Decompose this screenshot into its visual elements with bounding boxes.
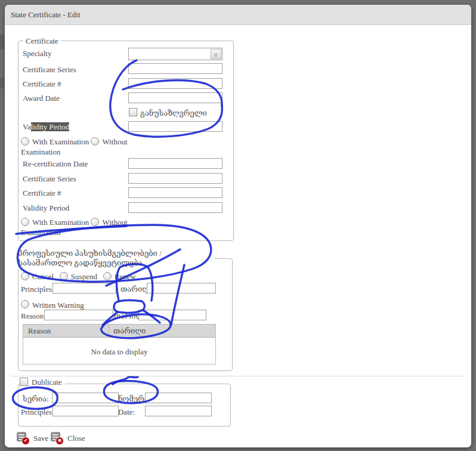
- duplicate-principles-input[interactable]: [52, 406, 119, 416]
- chevron-down-icon[interactable]: ∨: [211, 49, 221, 59]
- save-button[interactable]: ✔ Save: [17, 432, 48, 444]
- reasons-table-header: Reason თარიღი: [23, 325, 215, 338]
- seria-input[interactable]: [52, 393, 119, 403]
- background-artifact: [0, 35, 4, 49]
- save-button-label: Save: [33, 434, 48, 443]
- dialog-title: State Certificate - Edit: [11, 5, 81, 25]
- validity-period-label-selection: lidity Period: [31, 122, 70, 131]
- principles-date-input[interactable]: [147, 283, 216, 294]
- with-examination-2-radio[interactable]: [21, 218, 29, 226]
- cancel-radio-label: Cancel: [32, 272, 54, 281]
- close-icon: ✖: [51, 432, 63, 444]
- certificate-number-2-label: Certificate #: [23, 189, 61, 197]
- reason-input[interactable]: [44, 310, 113, 320]
- award-date-label: Award Date: [23, 94, 60, 103]
- certificate-number-label: Certificate #: [23, 79, 61, 88]
- nomeri-input[interactable]: [145, 393, 212, 403]
- indefinite-checkbox[interactable]: [129, 108, 137, 116]
- reasons-table-col-date: თარიღი: [113, 326, 146, 336]
- certificate-series-2-label: Certificate Series: [23, 174, 76, 183]
- background-artifact: [0, 78, 4, 88]
- specialty-label: Specialty: [23, 49, 51, 58]
- save-icon: ✔: [17, 432, 29, 444]
- duplicate-checkbox[interactable]: [20, 378, 28, 386]
- principles-input[interactable]: [52, 283, 116, 294]
- liability-action-radio-group: Cancel Suspend Renew: [21, 271, 136, 282]
- close-button-label: Close: [67, 434, 85, 443]
- suspend-radio[interactable]: [60, 272, 68, 280]
- certificate-number-2-input[interactable]: [128, 187, 222, 198]
- duplicate-principles-label: Principles:: [21, 407, 54, 416]
- specialty-select[interactable]: ∨: [128, 48, 222, 60]
- validity-period-label: Validity Period: [23, 122, 69, 131]
- dialog-titlebar[interactable]: State Certificate - Edit: [5, 5, 471, 25]
- table-column-divider: [109, 325, 109, 338]
- with-examination-label: With Examination: [32, 137, 89, 146]
- validity-period-input[interactable]: [128, 121, 222, 132]
- validity-period-2-input[interactable]: [128, 202, 222, 213]
- principles-label: Principles:: [21, 285, 54, 294]
- with-examination-radio[interactable]: [21, 137, 29, 146]
- seria-label: სერია:: [23, 394, 49, 403]
- reasons-table-col-reason: Reason: [28, 326, 51, 336]
- certificate-number-input[interactable]: [128, 78, 222, 89]
- renew-radio[interactable]: [103, 272, 112, 280]
- section-divider: [11, 376, 465, 376]
- x-icon: ✖: [55, 437, 64, 445]
- validity-period-label-prefix: Va: [23, 122, 31, 131]
- reason-date-input[interactable]: [138, 310, 206, 320]
- certificate-series-2-input[interactable]: [128, 173, 222, 184]
- written-warning-label: Written Warning: [32, 301, 84, 310]
- award-date-input[interactable]: [128, 92, 222, 103]
- duplicate-fieldset: [18, 384, 231, 427]
- suspend-radio-label: Suspend: [71, 272, 97, 281]
- certificate-series-input[interactable]: [128, 63, 222, 74]
- reason-label: Reason: [21, 311, 44, 320]
- with-examination-2-label: With Examination: [32, 218, 89, 227]
- written-warning-radio[interactable]: [21, 300, 29, 308]
- close-button[interactable]: ✖ Close: [51, 432, 85, 444]
- screen: { "window": { "title": "State Certificat…: [0, 0, 476, 451]
- liability-fieldset-legend: პროფესიული პასუხისმგებლობები / სასამართლ…: [18, 249, 215, 269]
- duplicate-date-label: Date:: [118, 407, 135, 416]
- renew-radio-label: Renew: [115, 272, 136, 281]
- recertification-date-input[interactable]: [128, 158, 222, 169]
- certificate-series-label: Certificate Series: [23, 65, 76, 74]
- reasons-table: Reason თარიღი No data to display: [23, 324, 216, 364]
- duplicate-checkbox-label: Dublicate: [32, 378, 62, 387]
- without-examination-2-radio[interactable]: [91, 218, 99, 226]
- duplicate-date-input[interactable]: [145, 406, 212, 416]
- certificate-fieldset-legend: Certificate: [23, 36, 61, 46]
- indefinite-checkbox-label: განუსაზღვრელი: [140, 109, 207, 118]
- cancel-radio[interactable]: [21, 272, 29, 280]
- validity-period-2-label: Validity Period: [23, 203, 69, 212]
- examination-radio-group: With Examination Without Examination: [21, 137, 145, 157]
- without-examination-radio[interactable]: [91, 137, 99, 146]
- duplicate-fieldset-legend: Dublicate: [20, 376, 65, 387]
- check-icon: ✔: [21, 437, 30, 445]
- examination-radio-group-2: With Examination Without Examination: [21, 217, 145, 237]
- state-certificate-edit-dialog: State Certificate - Edit Certificate Spe…: [5, 5, 471, 447]
- recertification-date-label: Re-certification Date: [23, 159, 88, 168]
- table-empty-message: No data to display: [23, 347, 215, 357]
